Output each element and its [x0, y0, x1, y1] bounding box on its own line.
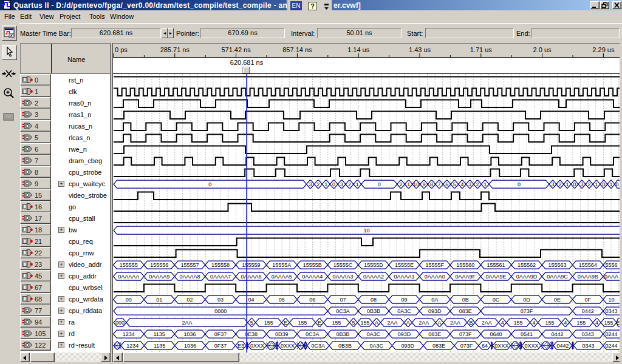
- svg-text:0: 0: [615, 181, 618, 187]
- svg-text:155556: 155556: [150, 262, 168, 268]
- svg-text:0B3B: 0B3B: [367, 308, 380, 314]
- svg-text:15555C: 15555C: [333, 262, 353, 268]
- svg-text:0AAAA2: 0AAAA2: [363, 274, 384, 280]
- svg-text:4: 4: [532, 320, 535, 326]
- svg-text:0AAAA8: 0AAAA8: [180, 274, 200, 280]
- svg-text:0AAAA3: 0AAAA3: [333, 274, 354, 280]
- svg-text:0AAAA4: 0AAAA4: [302, 274, 323, 280]
- svg-text:1036: 1036: [184, 331, 196, 337]
- svg-text:10: 10: [608, 297, 614, 303]
- svg-text:0B3B: 0B3B: [337, 331, 350, 337]
- svg-text:2.29 us: 2.29 us: [592, 46, 615, 53]
- svg-text:0000: 0000: [214, 308, 227, 314]
- svg-text:0541: 0541: [521, 331, 533, 337]
- svg-text:155: 155: [545, 320, 554, 326]
- svg-text:155559: 155559: [242, 262, 260, 268]
- svg-text:0A3C: 0A3C: [370, 343, 384, 349]
- svg-text:0AAAA7: 0AAAA7: [210, 274, 231, 280]
- svg-text:0 ps: 0 ps: [115, 46, 128, 53]
- svg-text:0442: 0442: [582, 308, 594, 314]
- svg-text:E: E: [284, 320, 287, 326]
- svg-text:06: 06: [309, 297, 315, 303]
- svg-text:0AAAA5: 0AAAA5: [272, 274, 292, 280]
- svg-text:0AAA9F: 0AAA9F: [455, 274, 476, 280]
- svg-text:0C3A: 0C3A: [336, 308, 350, 314]
- svg-text:083E: 083E: [432, 343, 445, 349]
- svg-text:0D39: 0D39: [275, 331, 289, 337]
- svg-text:1135: 1135: [154, 331, 165, 337]
- svg-text:7: 7: [438, 181, 441, 187]
- svg-text:2: 2: [558, 181, 561, 187]
- svg-text:1: 1: [407, 181, 410, 187]
- svg-text:8: 8: [430, 181, 433, 187]
- svg-text:2: 2: [316, 181, 320, 187]
- svg-text:0: 0: [378, 181, 381, 187]
- svg-text:15555E: 15555E: [395, 262, 414, 268]
- svg-text:0F37: 0F37: [214, 331, 227, 337]
- svg-text:155563: 155563: [548, 262, 566, 268]
- svg-text:2AA: 2AA: [482, 320, 492, 326]
- svg-text:A: A: [438, 320, 442, 326]
- svg-text:0AAAA1: 0AAAA1: [394, 274, 414, 280]
- svg-text:10: 10: [413, 181, 419, 187]
- svg-text:4: 4: [564, 320, 567, 326]
- svg-text:073F: 073F: [459, 331, 472, 337]
- svg-text:857.14 ns: 857.14 ns: [282, 46, 312, 53]
- svg-text:0343: 0343: [582, 331, 594, 337]
- svg-text:0AAA9D: 0AAA9D: [516, 274, 538, 280]
- svg-text:5: 5: [453, 181, 456, 187]
- svg-text:0AAA9B: 0AAA9B: [578, 274, 598, 280]
- svg-text:0AAAA9: 0AAAA9: [149, 274, 169, 280]
- svg-text:1: 1: [595, 181, 598, 187]
- svg-text:10: 10: [363, 228, 369, 234]
- svg-text:2AA: 2AA: [182, 320, 192, 326]
- svg-text:5556: 5556: [605, 262, 617, 268]
- svg-text:0: 0: [573, 181, 576, 187]
- svg-text:4: 4: [501, 320, 504, 326]
- svg-text:093D: 093D: [398, 331, 411, 337]
- svg-text:0244: 0244: [605, 343, 617, 349]
- svg-text:0: 0: [208, 181, 211, 187]
- svg-text:5: 5: [352, 320, 355, 326]
- svg-text:1234: 1234: [126, 343, 138, 349]
- svg-text:155562: 155562: [518, 262, 536, 268]
- svg-text:073F: 073F: [521, 308, 533, 314]
- svg-text:2AA: 2AA: [387, 320, 397, 326]
- svg-text:155: 155: [264, 320, 273, 326]
- svg-text:1: 1: [609, 181, 612, 187]
- svg-text:083E: 083E: [428, 331, 441, 337]
- svg-text:155: 155: [604, 320, 613, 326]
- svg-text:0A3C: 0A3C: [367, 331, 381, 337]
- svg-text:3: 3: [580, 181, 583, 187]
- svg-text:0XXX: 0XXX: [494, 343, 508, 349]
- svg-text:0D: 0D: [523, 297, 530, 303]
- svg-text:0AAAA6: 0AAAA6: [241, 274, 261, 280]
- svg-text:093D: 093D: [401, 343, 414, 349]
- svg-text:155557: 155557: [181, 262, 199, 268]
- svg-text:0AAA9E: 0AAA9E: [486, 274, 507, 280]
- svg-text:0C3A: 0C3A: [312, 343, 326, 349]
- svg-text:3: 3: [340, 181, 343, 187]
- svg-text:285.71 ns: 285.71 ns: [160, 46, 190, 53]
- svg-text:0343: 0343: [605, 308, 617, 314]
- svg-text:1.71 us: 1.71 us: [470, 46, 493, 53]
- svg-text:E3: E3: [238, 343, 244, 349]
- svg-text:0640: 0640: [490, 331, 502, 337]
- svg-text:0244: 0244: [605, 331, 617, 337]
- svg-text:0442: 0442: [551, 331, 563, 337]
- svg-text:2: 2: [348, 181, 351, 187]
- svg-text:04: 04: [248, 297, 254, 303]
- svg-text:3: 3: [468, 181, 471, 187]
- svg-text:571.42 ns: 571.42 ns: [221, 46, 251, 53]
- svg-text:4: 4: [595, 320, 598, 326]
- svg-text:1: 1: [356, 181, 359, 187]
- svg-text:B: B: [469, 320, 473, 326]
- svg-text:155555: 155555: [120, 262, 138, 268]
- svg-text:620.681 ns: 620.681 ns: [230, 59, 264, 66]
- svg-text:2.0 us: 2.0 us: [533, 46, 552, 53]
- svg-text:6: 6: [445, 181, 448, 187]
- svg-text:1.14 us: 1.14 us: [347, 46, 370, 53]
- svg-text:15555A: 15555A: [272, 262, 291, 268]
- svg-text:4: 4: [460, 181, 463, 187]
- svg-text:0XXX: 0XXX: [524, 343, 538, 349]
